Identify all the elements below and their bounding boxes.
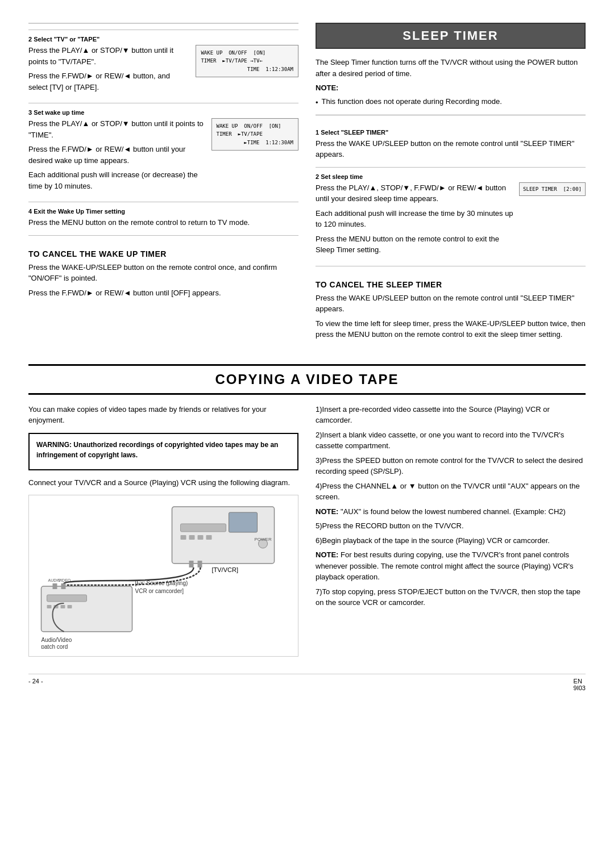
svg-rect-0 bbox=[172, 507, 275, 564]
top-section: 2 Select "TV" or "TAPE" Press the PLAY/▲… bbox=[28, 23, 586, 347]
step3-label: 3 Set wake up time bbox=[28, 109, 298, 116]
copy-step-2: 2)Insert a blank video cassette, or one … bbox=[316, 429, 586, 452]
sleep-step2-content: Press the PLAY/▲, STOP/▼, F.FWD/► or REW… bbox=[316, 182, 586, 259]
svg-text:patch cord: patch cord bbox=[42, 644, 68, 649]
svg-text:POWER: POWER bbox=[255, 537, 272, 542]
cancel-wake-para2: Press the F.FWD/► or REW/◄ button until … bbox=[28, 287, 298, 299]
sleep-intro: The Sleep Timer function turns off the T… bbox=[316, 57, 586, 79]
copying-content: You can make copies of video tapes made … bbox=[28, 404, 586, 657]
divider1 bbox=[316, 115, 586, 115]
cancel-sleep-title: TO CANCEL THE SLEEP TIMER bbox=[316, 280, 586, 289]
sleep-step2-display: SLEEP TIMER [2:00] bbox=[519, 182, 586, 196]
step4-block: 4 Exit the Wake Up Timer setting Press t… bbox=[28, 202, 298, 228]
svg-rect-2 bbox=[181, 535, 186, 540]
step2-label: 2 Select "TV" or "TAPE" bbox=[28, 36, 298, 43]
left-column: 2 Select "TV" or "TAPE" Press the PLAY/▲… bbox=[28, 23, 298, 347]
step2-text: Press the PLAY/▲ or STOP/▼ button until … bbox=[28, 45, 190, 96]
cancel-wake-title: TO CANCEL THE WAKE UP TIMER bbox=[28, 249, 298, 258]
svg-text:[Ex: Source (playing): [Ex: Source (playing) bbox=[135, 580, 188, 586]
copy-step-6: 6)Begin playback of the tape in the sour… bbox=[316, 535, 586, 546]
copy-step-7: 7)To stop copying, press STOP/EJECT butt… bbox=[316, 586, 586, 608]
svg-rect-4 bbox=[198, 535, 204, 540]
step2-block: 2 Select "TV" or "TAPE" Press the PLAY/▲… bbox=[28, 30, 298, 96]
vcr-diagram-svg: [TV/VCR] bbox=[35, 501, 292, 649]
bullet-icon: • bbox=[316, 98, 318, 107]
footer-lang: EN bbox=[574, 678, 582, 685]
svg-rect-3 bbox=[189, 535, 195, 540]
sleep-step2-text: Press the PLAY/▲, STOP/▼, F.FWD/► or REW… bbox=[316, 182, 513, 259]
svg-rect-11 bbox=[47, 595, 87, 602]
svg-rect-5 bbox=[206, 535, 212, 540]
sleep-step2-label: 2 Set sleep time bbox=[316, 173, 586, 180]
cancel-wake-block: TO CANCEL THE WAKE UP TIMER Press the WA… bbox=[28, 235, 298, 299]
step3-display: WAKE UP ON/OFF [ON] TIMER ►TV/TAPE ►TIME… bbox=[211, 118, 298, 151]
svg-rect-17 bbox=[61, 583, 66, 589]
step4-para1: Press the MENU button on the remote cont… bbox=[28, 217, 298, 228]
warning-text: WARNING: Unauthorized recordings of copy… bbox=[36, 440, 291, 460]
copying-left: You can make copies of video tapes made … bbox=[28, 404, 298, 657]
sleep-step2-para2: Each additional push will increase the t… bbox=[316, 208, 513, 230]
step3-block: 3 Set wake up time Press the PLAY/▲ or S… bbox=[28, 103, 298, 195]
sleep-timer-header: SLEEP TIMER bbox=[316, 23, 586, 49]
step2-para1: Press the PLAY/▲ or STOP/▼ button until … bbox=[28, 45, 190, 67]
cancel-sleep-para1: Press the WAKE UP/SLEEP button on the re… bbox=[316, 293, 586, 315]
footer-page: - 24 - bbox=[28, 678, 43, 691]
sleep-step1-label: 1 Select "SLEEP TIMER" bbox=[316, 129, 586, 136]
svg-rect-6 bbox=[229, 512, 258, 532]
footer-code: 9I03 bbox=[574, 685, 586, 691]
cancel-sleep-block: TO CANCEL THE SLEEP TIMER Press the WAKE… bbox=[316, 266, 586, 340]
svg-rect-9 bbox=[198, 561, 202, 567]
step3-para2: Press the F.FWD/► or REW/◄ button until … bbox=[28, 144, 206, 166]
cancel-wake-para1: Press the WAKE-UP/SLEEP button on the re… bbox=[28, 262, 298, 284]
copy-note-2: NOTE: For best results during copying, u… bbox=[316, 549, 586, 583]
sleep-step2-para1: Press the PLAY/▲, STOP/▼, F.FWD/► or REW… bbox=[316, 182, 513, 205]
tvcr-label: [TV/VCR] bbox=[212, 566, 238, 573]
svg-rect-15 bbox=[68, 605, 72, 608]
warning-box: WARNING: Unauthorized recordings of copy… bbox=[28, 433, 298, 470]
page-footer: - 24 - EN 9I03 bbox=[28, 674, 586, 691]
svg-rect-16 bbox=[53, 583, 57, 589]
sleep-step1-para1: Press the WAKE UP/SLEEP button on the re… bbox=[316, 138, 586, 160]
note-bullet-item: • This function does not operate during … bbox=[316, 97, 586, 107]
footer-right: EN 9I03 bbox=[574, 678, 586, 691]
sleep-step2-para3: Press the MENU button on the remote cont… bbox=[316, 233, 513, 256]
copying-header: COPYING A VIDEO TAPE bbox=[28, 364, 586, 395]
step3-para1: Press the PLAY/▲ or STOP/▼ button until … bbox=[28, 118, 206, 140]
svg-rect-1 bbox=[181, 524, 226, 532]
copying-section: COPYING A VIDEO TAPE You can make copies… bbox=[28, 364, 586, 657]
note-label: NOTE: bbox=[316, 84, 338, 92]
step2-para2: Press the F.FWD/► or REW/◄ button, and s… bbox=[28, 70, 190, 93]
step3-content: Press the PLAY/▲ or STOP/▼ button until … bbox=[28, 118, 298, 195]
right-column: SLEEP TIMER The Sleep Timer function tur… bbox=[316, 23, 586, 347]
step2-content: Press the PLAY/▲ or STOP/▼ button until … bbox=[28, 45, 298, 96]
note-bullet-text: This function does not operate during Re… bbox=[322, 97, 502, 107]
copy-note-1: NOTE: "AUX" is found below the lowest nu… bbox=[316, 506, 586, 518]
step3-text: Press the PLAY/▲ or STOP/▼ button until … bbox=[28, 118, 206, 195]
svg-text:Audio/Video: Audio/Video bbox=[42, 637, 72, 643]
svg-text:VCR or camcorder]: VCR or camcorder] bbox=[135, 588, 184, 594]
cancel-sleep-para2: To view the time left for sleep timer, p… bbox=[316, 318, 586, 340]
step4-label: 4 Exit the Wake Up Timer setting bbox=[28, 208, 298, 215]
copy-step-5: 5)Press the RECORD button on the TV/VCR. bbox=[316, 520, 586, 532]
sleep-step1-block: 1 Select "SLEEP TIMER" Press the WAKE UP… bbox=[316, 123, 586, 160]
copying-steps-list: 1)Insert a pre-recorded video cassette i… bbox=[316, 404, 586, 608]
connect-para: Connect your TV/VCR and a Source (Playin… bbox=[28, 477, 298, 489]
step3-para3: Each additional push will increase (or d… bbox=[28, 169, 206, 191]
copy-step-4: 4)Press the CHANNEL▲ or ▼ button on the … bbox=[316, 481, 586, 503]
vcr-diagram: [TV/VCR] bbox=[28, 495, 298, 657]
sleep-step2-block: 2 Set sleep time Press the PLAY/▲, STOP/… bbox=[316, 167, 586, 259]
svg-rect-8 bbox=[189, 561, 194, 567]
step2-display: WAKE UP ON/OFF [ON] TIMER ►TV/TAPE →TV← … bbox=[196, 45, 298, 77]
svg-rect-12 bbox=[47, 605, 52, 608]
copy-step-3: 3)Press the SPEED button on remote contr… bbox=[316, 455, 586, 477]
svg-rect-10 bbox=[42, 586, 132, 632]
copying-right: 1)Insert a pre-recorded video cassette i… bbox=[316, 404, 586, 657]
copy-step-1: 1)Insert a pre-recorded video cassette i… bbox=[316, 404, 586, 426]
svg-text:VIDEO: VIDEO bbox=[59, 578, 71, 582]
svg-rect-14 bbox=[61, 605, 65, 608]
copying-intro: You can make copies of video tapes made … bbox=[28, 404, 298, 426]
page: 2 Select "TV" or "TAPE" Press the PLAY/▲… bbox=[28, 23, 586, 691]
